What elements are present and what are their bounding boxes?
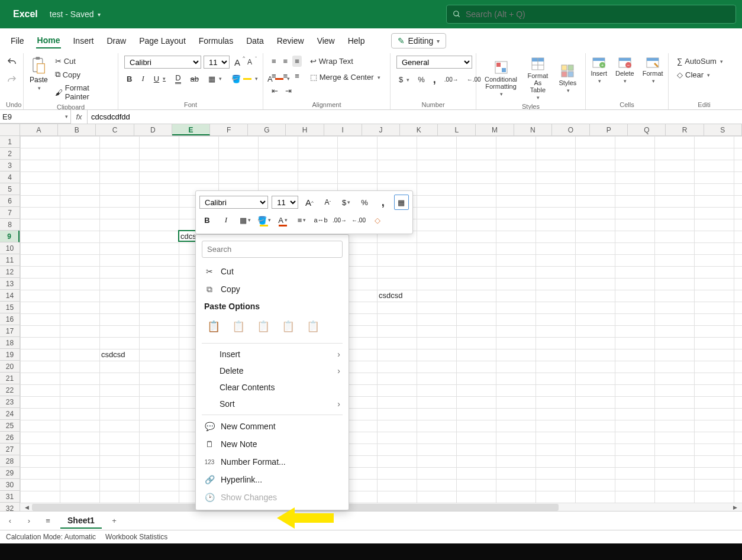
row-header-19[interactable]: 19 [0,349,20,361]
cm-delete[interactable]: Delete› [196,362,349,379]
col-header-N[interactable]: N [514,124,552,135]
mt-borders-icon[interactable]: ▦▾ [237,212,253,228]
paste-formulas-icon[interactable]: 📋 [254,317,273,336]
mt-font-color-icon[interactable]: A▾ [275,212,291,228]
mt-comma-icon[interactable]: , [376,195,391,210]
align-right-button[interactable]: ≡ [292,70,302,82]
cm-number-format[interactable]: 123Number Format... [196,453,349,471]
align-left-button[interactable]: ≡ [269,70,279,82]
row-header-2[interactable]: 2 [0,148,20,160]
format-as-table-button[interactable]: Format As Table▾ [523,56,553,102]
cm-clear-contents[interactable]: Clear Contents [196,379,349,396]
conditional-formatting-button[interactable]: Conditional Formatting▾ [482,59,520,98]
increase-indent-button[interactable]: ⇥ [283,85,294,96]
file-name[interactable]: test - Saved ▾ [45,9,105,19]
autosum-button[interactable]: ∑ AutoSum▾ [675,56,734,67]
col-header-B[interactable]: B [58,124,96,135]
fill-color-button[interactable]: 🪣▾ [229,73,260,85]
sheet-tab-sheet1[interactable]: Sheet1 [60,513,102,529]
underline-button[interactable]: U▾ [151,73,168,85]
row-header-30[interactable]: 30 [0,479,20,491]
row-header-15[interactable]: 15 [0,302,20,313]
row-header-22[interactable]: 22 [0,384,20,396]
row-header-20[interactable]: 20 [0,361,20,373]
formula-input[interactable] [88,112,742,121]
tab-help[interactable]: Help [347,34,366,48]
mt-decrease-decimal-icon[interactable]: ←.00 [351,212,366,228]
mt-decrease-font-icon[interactable]: Aˇ [320,195,335,210]
row-header-27[interactable]: 27 [0,444,20,455]
paste-default-icon[interactable]: 📋 [204,317,223,336]
paste-transpose-icon[interactable]: 📋 [279,317,298,336]
borders-button[interactable]: ▦▾ [206,73,224,85]
all-sheets-button[interactable]: ≡ [41,514,54,527]
row-header-13[interactable]: 13 [0,278,20,290]
global-search[interactable] [446,5,736,24]
tab-draw[interactable]: Draw [105,34,127,48]
cut-button[interactable]: ✂ Cut [53,56,112,67]
col-header-F[interactable]: F [210,124,248,135]
align-center-button[interactable]: ≡ [281,70,291,82]
cm-sort[interactable]: Sort› [196,396,349,412]
tab-view[interactable]: View [316,34,336,48]
cells-insert-button[interactable]: + Insert▾ [588,56,609,85]
undo-button[interactable] [4,56,20,69]
row-header-26[interactable]: 26 [0,432,20,444]
font-size-select[interactable]: 11 [204,56,230,69]
sheet-nav-left[interactable]: ‹ [4,514,17,527]
row-header-32[interactable]: 32 [0,503,20,511]
cell-styles-button[interactable]: Styles▾ [556,63,579,95]
col-header-Q[interactable]: Q [628,124,666,135]
row-header-16[interactable]: 16 [0,313,20,325]
row-header-9[interactable]: 9 [0,231,20,242]
paste-values-icon[interactable]: 📋 [229,317,248,336]
mt-increase-font-icon[interactable]: A^ [302,195,317,210]
wrap-text-button[interactable]: ↩ Wrap Text [308,56,383,67]
paste-button[interactable]: Paste ▾ [30,56,48,91]
col-header-E[interactable]: E [172,124,210,135]
tab-home[interactable]: Home [36,33,62,48]
italic-button[interactable]: I [139,73,146,85]
col-header-M[interactable]: M [476,124,514,135]
cells-delete-button[interactable]: − Delete▾ [613,56,637,85]
merge-center-button[interactable]: ⬚ Merge & Center▾ [308,72,383,83]
row-header-6[interactable]: 6 [0,195,20,207]
cm-new-note[interactable]: 🗒New Note [196,435,349,453]
mt-bold-icon[interactable]: B [199,212,215,228]
row-header-14[interactable]: 14 [0,290,20,302]
column-headers[interactable]: ABCDEFGHIJKLMNOPQRS [20,124,742,136]
row-header-12[interactable]: 12 [0,266,20,278]
cm-copy[interactable]: ⧉Copy [196,280,349,298]
spreadsheet-grid[interactable]: ABCDEFGHIJKLMNOPQRS 12345678910111213141… [0,124,742,511]
horizontal-scrollbar[interactable]: ◀ ▶ [20,503,742,511]
col-header-S[interactable]: S [704,124,742,135]
col-header-L[interactable]: L [438,124,476,135]
col-header-K[interactable]: K [400,124,438,135]
col-header-C[interactable]: C [96,124,134,135]
col-header-O[interactable]: O [552,124,590,135]
row-header-17[interactable]: 17 [0,325,20,337]
row-header-8[interactable]: 8 [0,219,20,231]
row-header-31[interactable]: 31 [0,491,20,503]
paste-formatting-icon[interactable]: 📋 [304,317,322,336]
row-header-3[interactable]: 3 [0,160,20,171]
cm-search-input[interactable] [202,241,343,258]
cells-format-button[interactable]: Format▾ [640,56,666,85]
mt-align-icon[interactable]: ≡▾ [294,212,309,228]
row-header-4[interactable]: 4 [0,171,20,183]
decrease-indent-button[interactable]: ⇤ [269,85,280,96]
align-middle-button[interactable]: ≡ [281,56,291,67]
col-header-R[interactable]: R [666,124,704,135]
col-header-H[interactable]: H [286,124,324,135]
mt-fill-color-icon[interactable]: 🪣▾ [256,212,272,228]
mt-increase-decimal-icon[interactable]: .00→ [332,212,347,228]
row-header-7[interactable]: 7 [0,207,20,219]
align-top-button[interactable]: ≡ [269,56,279,67]
decrease-font-size-button[interactable]: Aˇ [245,57,254,67]
mt-merge-icon[interactable]: a↔b [313,212,328,228]
accounting-format-button[interactable]: $▾ [396,74,412,85]
percent-format-button[interactable]: % [415,74,427,85]
copy-button[interactable]: ⧉ Copy [53,69,112,80]
cell-C19[interactable]: csdcsd [99,349,127,361]
row-header-24[interactable]: 24 [0,408,20,420]
